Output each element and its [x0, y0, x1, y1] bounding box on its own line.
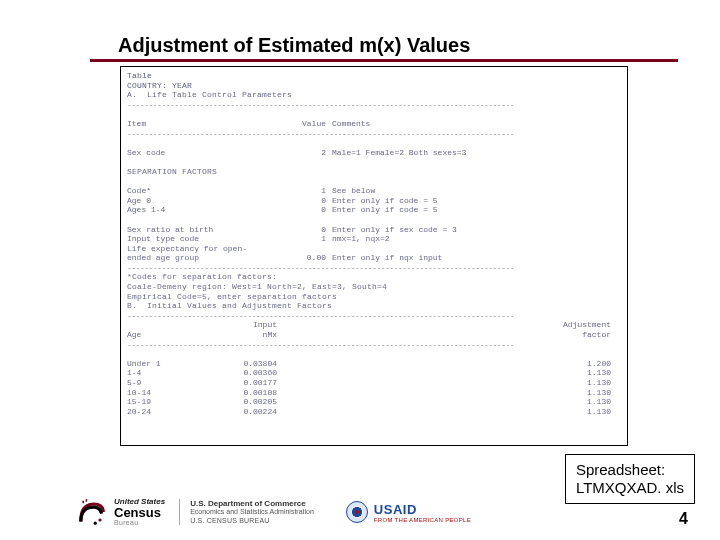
section-b-title: B. Initial Values and Adjustment Factors [127, 301, 621, 311]
divider: ----------------------------------------… [127, 129, 621, 139]
usaid-seal-icon [346, 501, 368, 523]
table-row: 5-9 0.00177 1.130 [127, 378, 621, 388]
spreadsheet-callout: Spreadsheet: LTMXQXAD. xls [565, 454, 695, 504]
svg-point-0 [98, 518, 101, 521]
table-row: Under 1 0.03804 1.200 [127, 359, 621, 369]
title-bar: Adjustment of Estimated m(x) Values [90, 34, 678, 62]
h-value: Value [282, 119, 332, 129]
table-row: 10-14 0.00108 1.130 [127, 388, 621, 398]
footer-logos: United States Census Bureau U.S. Departm… [74, 496, 471, 528]
code-row: Code* 1 See below [127, 186, 621, 196]
divider: ----------------------------------------… [127, 100, 621, 110]
spreadsheet-label: Spreadsheet: [576, 461, 684, 479]
table-row: 15-19 0.00205 1.130 [127, 397, 621, 407]
age0-row: Age 0 0 Enter only if code = 5 [127, 196, 621, 206]
b-header2: Age nMx factor [127, 330, 621, 340]
le-row1: Life expectancy for open- [127, 244, 621, 254]
age14-row: Ages 1-4 0 Enter only if code = 5 [127, 205, 621, 215]
doc-block: U.S. Department of Commerce Economics an… [179, 499, 314, 525]
srb-row: Sex ratio at birth 0 Enter only if sex c… [127, 225, 621, 235]
h-item: Item [127, 119, 282, 129]
sep-factors-title: SEPARATION FACTORS [127, 167, 621, 177]
note3: Empirical Code=5, enter separation facto… [127, 292, 621, 302]
itc-row: Input type code 1 nmx=1, nqx=2 [127, 234, 621, 244]
section-a-title: A. Life Table Control Parameters [127, 90, 621, 100]
page-number: 4 [679, 510, 688, 528]
svg-point-1 [94, 522, 97, 525]
sex-row: Sex code 2 Male=1 Female=2 Both sexes=3 [127, 148, 621, 158]
divider-blank [127, 109, 621, 119]
page-title: Adjustment of Estimated m(x) Values [90, 34, 678, 57]
divider: ----------------------------------------… [127, 263, 621, 273]
le-row2: ended age group 0.00 Enter only if nqx i… [127, 253, 621, 263]
header-row: Item Value Comments [127, 119, 621, 129]
country-year: COUNTRY: YEAR [127, 81, 621, 91]
census-logo: United States Census Bureau [74, 496, 165, 528]
note2: Coale-Demeny region: West=1 North=2, Eas… [127, 282, 621, 292]
census-text: United States Census Bureau [114, 498, 165, 526]
census-icon [74, 496, 110, 528]
spreadsheet-file: LTMXQXAD. xls [576, 479, 684, 497]
b-header1: Input Adjustment [127, 320, 621, 330]
usaid-logo: USAID FROM THE AMERICAN PEOPLE [346, 501, 471, 523]
svg-rect-2 [82, 501, 84, 503]
h-comments: Comments [332, 119, 621, 129]
svg-rect-3 [86, 499, 88, 501]
life-table-frame: Table COUNTRY: YEAR A. Life Table Contro… [120, 66, 628, 446]
divider: ----------------------------------------… [127, 311, 621, 321]
table-label: Table [127, 71, 621, 81]
divider: ----------------------------------------… [127, 340, 621, 350]
table-row: 20-24 0.00224 1.130 [127, 407, 621, 417]
note1: *Codes for separation factors: [127, 272, 621, 282]
table-row: 1-4 0.00360 1.130 [127, 368, 621, 378]
